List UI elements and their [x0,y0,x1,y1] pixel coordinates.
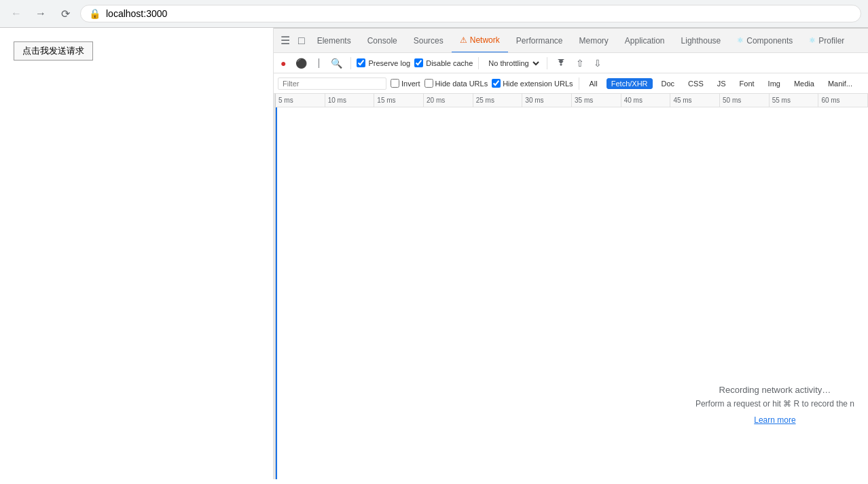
timeline-tick: 35 ms [572,94,621,107]
import-button[interactable]: ⇩ [591,56,604,70]
timeline-tick: 40 ms [621,94,671,107]
page-content: 点击我发送请求 [0,28,274,479]
preserve-log-checkbox-label[interactable]: Preserve log [357,58,410,67]
tab-console[interactable]: Console [359,29,405,53]
invert-label: Invert [401,80,420,88]
devtools-dock-icon[interactable]: □ [294,32,309,50]
filter-type-all[interactable]: All [585,78,602,89]
back-button[interactable]: ← [7,4,26,23]
filter-input[interactable] [278,77,386,90]
timeline-tick: 10 ms [325,94,375,107]
invert-checkbox-label[interactable]: Invert [391,79,420,88]
forward-button[interactable]: → [31,4,50,23]
timeline-header: 5 ms10 ms15 ms20 ms25 ms30 ms35 ms40 ms4… [274,94,868,107]
timeline-tick: 45 ms [670,94,720,107]
timeline-tick: 55 ms [770,94,819,107]
filter-icon-button[interactable]: ⏐ [314,56,324,70]
warning-icon: ⚠ [460,35,467,45]
disable-cache-label: Disable cache [426,59,473,67]
hide-extension-urls-checkbox[interactable] [492,79,501,88]
hide-data-urls-checkbox-label[interactable]: Hide data URLs [424,79,488,88]
filter-type-fetch-xhr[interactable]: Fetch/XHR [607,78,653,89]
preserve-log-checkbox[interactable] [357,58,365,67]
tab-elements[interactable]: Elements [309,29,359,53]
timeline-tick: 5 ms [276,94,325,107]
hide-data-urls-label: Hide data URLs [435,80,488,88]
react-icon: ⚛ [737,36,744,45]
timeline-tick: 30 ms [522,94,572,107]
export-button[interactable]: ⇧ [573,56,587,70]
browser-toolbar: ← → ⟳ 🔒 [0,0,868,27]
tab-performance-label: Performance [516,36,563,46]
timeline-tick: 20 ms [424,94,473,107]
hide-data-urls-checkbox[interactable] [424,79,433,88]
tab-application-label: Application [625,36,665,46]
timeline-tick: 25 ms [473,94,523,107]
send-request-button[interactable]: 点击我发送请求 [14,41,93,60]
lock-icon: 🔒 [89,8,101,19]
disable-cache-checkbox-label[interactable]: Disable cache [414,58,473,67]
wifi-icon [556,59,566,67]
tab-sources[interactable]: Sources [405,29,452,53]
devtools-panel: ☰ □ Elements Console Sources ⚠ Network P… [274,28,868,479]
tab-sources-label: Sources [414,36,444,46]
timeline-tick: 60 ms [818,94,868,107]
empty-state-main-text: Recording network activity… [695,385,854,395]
filter-type-doc[interactable]: Doc [657,78,680,89]
tab-memory-label: Memory [579,36,608,46]
tab-application[interactable]: Application [617,29,673,53]
toolbar-divider-2 [478,57,479,69]
hide-extension-urls-label: Hide extension URLs [503,80,573,88]
network-timeline-area: Recording network activity… Perform a re… [276,107,868,479]
search-button[interactable]: 🔍 [328,56,345,70]
toolbar-divider-3 [547,57,547,69]
tab-network-label: Network [470,35,500,45]
timeline-tick: 50 ms [720,94,770,107]
address-input[interactable] [106,8,852,19]
record-button[interactable]: ● [278,56,289,70]
tab-components[interactable]: ⚛ Components [729,29,801,53]
tab-elements-label: Elements [317,36,351,46]
browser-chrome: ← → ⟳ 🔒 [0,0,868,28]
disable-cache-checkbox[interactable] [414,58,423,67]
preserve-log-label: Preserve log [368,59,410,67]
tab-console-label: Console [367,36,397,46]
filter-bar: Invert Hide data URLs Hide extension URL… [274,73,868,94]
filter-type-js[interactable]: JS [712,78,731,89]
tab-profiler-label: Profiler [818,36,844,46]
devtools-tab-bar: ☰ □ Elements Console Sources ⚠ Network P… [274,29,868,53]
clear-button[interactable]: ⚫ [293,56,310,70]
devtools-select-icon[interactable]: ☰ [276,31,294,50]
filter-type-img[interactable]: Img [763,78,785,89]
invert-checkbox[interactable] [391,79,399,88]
learn-more-link[interactable]: Learn more [754,415,795,425]
toolbar-divider-1 [350,57,351,69]
tab-lighthouse-label: Lighthouse [681,36,721,46]
filter-divider [579,77,579,90]
empty-state: Recording network activity… Perform a re… [695,385,854,425]
filter-type-font[interactable]: Font [735,78,759,89]
network-toolbar: ● ⚫ ⏐ 🔍 Preserve log Disable cache No th… [274,53,868,73]
empty-state-sub-text: Perform a request or hit ⌘ R to record t… [695,399,854,409]
filter-type-media[interactable]: Media [789,78,819,89]
tab-profiler[interactable]: ⚛ Profiler [801,29,852,53]
main-layout: 点击我发送请求 ☰ □ Elements Console Sources ⚠ N… [0,28,868,479]
hide-extension-urls-checkbox-label[interactable]: Hide extension URLs [492,79,573,88]
tab-lighthouse[interactable]: Lighthouse [673,29,729,53]
network-content: Recording network activity… Perform a re… [274,107,868,479]
tab-network[interactable]: ⚠ Network [452,29,508,53]
react-profiler-icon: ⚛ [809,36,816,45]
timeline-tick: 15 ms [374,94,424,107]
timeline-cursor [276,107,277,479]
address-bar: 🔒 [80,5,861,22]
reload-button[interactable]: ⟳ [56,4,75,23]
filter-type-manifest[interactable]: Manif... [823,78,857,89]
tab-components-label: Components [746,36,793,46]
tab-memory[interactable]: Memory [571,29,616,53]
filter-type-css[interactable]: CSS [683,78,708,89]
throttle-select[interactable]: No throttling [484,58,541,68]
tab-performance[interactable]: Performance [508,29,571,53]
online-icon-button[interactable] [553,58,569,69]
timeline-ticks: 5 ms10 ms15 ms20 ms25 ms30 ms35 ms40 ms4… [276,94,868,107]
